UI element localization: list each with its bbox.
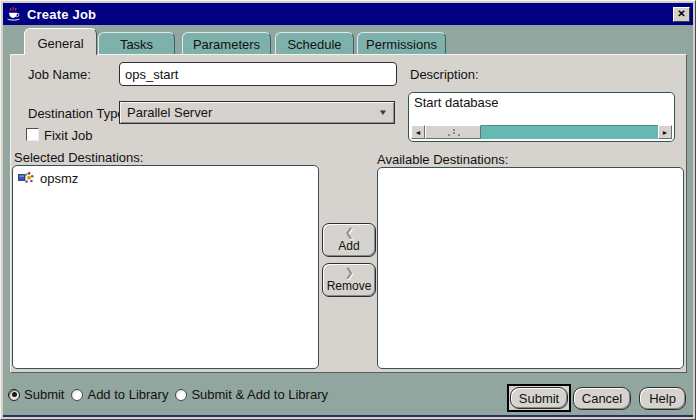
selected-destinations-label: Selected Destinations: [14,150,143,165]
fixit-job-label: Fixit Job [44,128,92,143]
radio-add-to-library-label: Add to Library [87,387,168,402]
create-job-window: Create Job ✕ General Tasks Parameters Sc… [0,0,696,420]
radio-submit-label: Submit [24,387,64,402]
add-button-label: Add [338,239,359,253]
chevron-left-icon: ❮ [323,226,375,239]
scroll-right-button[interactable]: ► [658,125,672,139]
tab-parameters[interactable]: Parameters [182,32,271,55]
radio-button-icon [71,389,83,401]
remove-button[interactable]: ❯ Remove [322,263,376,297]
destination-name: opsmz [40,171,78,186]
destination-type-value: Parallel Server [127,105,212,120]
radio-button-icon [8,389,20,401]
job-name-label: Job Name: [28,67,91,82]
list-item[interactable]: opsmz [13,166,318,186]
radio-submit-and-add-label: Submit & Add to Library [191,387,328,402]
scroll-right-icon: ► [662,129,669,136]
radio-submit-and-add[interactable]: Submit & Add to Library [175,387,328,402]
cancel-button[interactable]: Cancel [573,387,631,410]
destination-type-label: Destination Type [28,106,125,121]
scrollbar-track[interactable] [481,125,658,139]
default-button-ring: Submit [507,384,571,412]
radio-submit[interactable]: Submit [8,387,64,402]
destination-type-dropdown[interactable]: Parallel Server ▼ [119,101,395,124]
selected-destinations-list[interactable]: opsmz [12,165,319,369]
tab-general[interactable]: General [24,28,97,55]
scroll-left-icon: ◄ [415,129,422,136]
remove-button-label: Remove [327,279,372,293]
radio-button-icon [175,389,187,401]
radio-add-to-library[interactable]: Add to Library [71,387,168,402]
submit-mode-radio-group: Submit Add to Library Submit & Add to Li… [8,387,335,402]
available-destinations-list[interactable] [377,167,684,369]
description-label: Description: [410,67,479,82]
scroll-left-button[interactable]: ◄ [411,125,425,139]
description-textarea[interactable]: Start database ◄ ► [408,92,675,142]
submit-button[interactable]: Submit [510,387,568,409]
tab-tasks[interactable]: Tasks [98,32,175,55]
general-tab-panel: Job Name: Description: Start database ◄ … [10,54,687,373]
chevron-right-icon: ❯ [323,266,375,279]
titlebar[interactable]: Create Job ✕ [3,3,693,25]
java-cup-icon [6,6,22,22]
chevron-down-icon: ▼ [378,108,388,117]
tab-schedule[interactable]: Schedule [275,32,354,55]
job-name-input[interactable] [119,62,397,86]
dialog-body: General Tasks Parameters Schedule Permis… [3,25,693,417]
fixit-job-checkbox[interactable] [26,128,39,141]
close-button[interactable]: ✕ [673,7,690,22]
window-title: Create Job [27,7,96,22]
close-icon: ✕ [677,8,685,19]
tab-permissions[interactable]: Permissions [357,32,446,55]
parallel-server-icon [18,170,34,186]
available-destinations-label: Available Destinations: [377,152,508,167]
help-button[interactable]: Help [639,387,686,410]
scrollbar-thumb[interactable] [425,125,481,139]
description-text: Start database [409,93,674,112]
description-hscrollbar[interactable]: ◄ ► [411,125,672,139]
add-button[interactable]: ❮ Add [322,223,376,257]
